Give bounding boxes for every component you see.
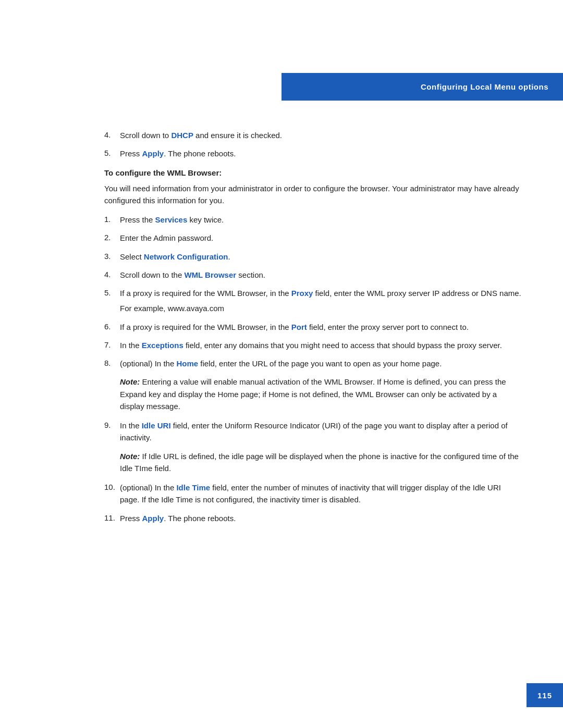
list-number: 2. xyxy=(104,232,120,244)
note-block-2: Note: If Idle URL is defined, the idle p… xyxy=(120,450,521,475)
list-item: 11. Press Apply. The phone reboots. xyxy=(104,512,521,524)
list-number: 7. xyxy=(104,339,120,351)
list-number: 4. xyxy=(104,269,120,281)
note-text-1: Entering a value will enable manual acti… xyxy=(120,377,506,411)
dhcp-link: DHCP xyxy=(171,131,193,140)
list-item: 5. Press Apply. The phone reboots. xyxy=(104,147,521,159)
list-number: 4. xyxy=(104,129,120,141)
idle-uri-link: Idle URI xyxy=(142,421,171,430)
list-number: 5. xyxy=(104,147,120,159)
section-heading-block: To configure the WML Browser: xyxy=(104,168,521,177)
list-item: 4. Scroll down to DHCP and ensure it is … xyxy=(104,129,521,141)
list-item: 6. If a proxy is required for the WML Br… xyxy=(104,321,521,333)
list-item: 7. In the Exceptions field, enter any do… xyxy=(104,339,521,351)
list-number: 9. xyxy=(104,419,120,444)
apply-link-1: Apply xyxy=(142,149,164,158)
note-label-1: Note: xyxy=(120,377,140,386)
list-content: Select Network Configuration. xyxy=(120,251,521,263)
list-content: Press Apply. The phone reboots. xyxy=(120,512,521,524)
list-item: 9. In the Idle URI field, enter the Unif… xyxy=(104,419,521,444)
list-content: Press the Services key twice. xyxy=(120,214,521,226)
list-item: 2. Enter the Admin password. xyxy=(104,232,521,244)
sub-paragraph: For example, www.avaya.com xyxy=(120,302,521,314)
page-number-box: 115 xyxy=(527,683,563,707)
exceptions-link: Exceptions xyxy=(142,341,183,350)
list-content: If a proxy is required for the WML Brows… xyxy=(120,287,521,315)
list-number: 11. xyxy=(104,512,120,524)
list-item: 3. Select Network Configuration. xyxy=(104,251,521,263)
list-content: (optional) In the Home field, enter the … xyxy=(120,357,521,369)
list-content: Scroll down to the WML Browser section. xyxy=(120,269,521,281)
list-content: (optional) In the Idle Time field, enter… xyxy=(120,482,521,506)
list-number: 10. xyxy=(104,482,120,506)
content-area: 4. Scroll down to DHCP and ensure it is … xyxy=(104,129,521,530)
list-number: 1. xyxy=(104,214,120,226)
section-intro: You will need information from your admi… xyxy=(104,182,521,207)
note-text-2: If Idle URL is defined, the idle page wi… xyxy=(120,452,519,473)
services-link: Services xyxy=(155,215,188,224)
wml-browser-link: WML Browser xyxy=(184,270,236,279)
list-item: 10. (optional) In the Idle Time field, e… xyxy=(104,482,521,506)
header-banner-text: Configuring Local Menu options xyxy=(421,82,548,91)
idle-time-link: Idle Time xyxy=(176,483,210,492)
list-item: 4. Scroll down to the WML Browser sectio… xyxy=(104,269,521,281)
apply-link-2: Apply xyxy=(142,514,164,523)
network-config-link: Network Configuration xyxy=(144,252,228,261)
list-number: 8. xyxy=(104,357,120,369)
list-number: 6. xyxy=(104,321,120,333)
port-link: Port xyxy=(291,323,307,331)
note-block-1: Note: Entering a value will enable manua… xyxy=(120,376,521,412)
list-content: Scroll down to DHCP and ensure it is che… xyxy=(120,129,521,141)
list-number: 3. xyxy=(104,251,120,263)
page-number: 115 xyxy=(537,691,552,700)
list-content: Press Apply. The phone reboots. xyxy=(120,147,521,159)
list-item: 8. (optional) In the Home field, enter t… xyxy=(104,357,521,369)
note-label-2: Note: xyxy=(120,452,140,461)
list-number: 5. xyxy=(104,287,120,315)
list-item: 5. If a proxy is required for the WML Br… xyxy=(104,287,521,315)
list-content: In the Idle URI field, enter the Uniform… xyxy=(120,419,521,444)
home-link: Home xyxy=(176,359,198,368)
list-content: Enter the Admin password. xyxy=(120,232,521,244)
page-container: Configuring Local Menu options 4. Scroll… xyxy=(0,0,563,728)
section-heading: To configure the WML Browser: xyxy=(104,168,222,177)
list-content: If a proxy is required for the WML Brows… xyxy=(120,321,521,333)
list-item: 1. Press the Services key twice. xyxy=(104,214,521,226)
list-content: In the Exceptions field, enter any domai… xyxy=(120,339,521,351)
header-banner: Configuring Local Menu options xyxy=(282,73,563,101)
proxy-link: Proxy xyxy=(291,289,313,298)
